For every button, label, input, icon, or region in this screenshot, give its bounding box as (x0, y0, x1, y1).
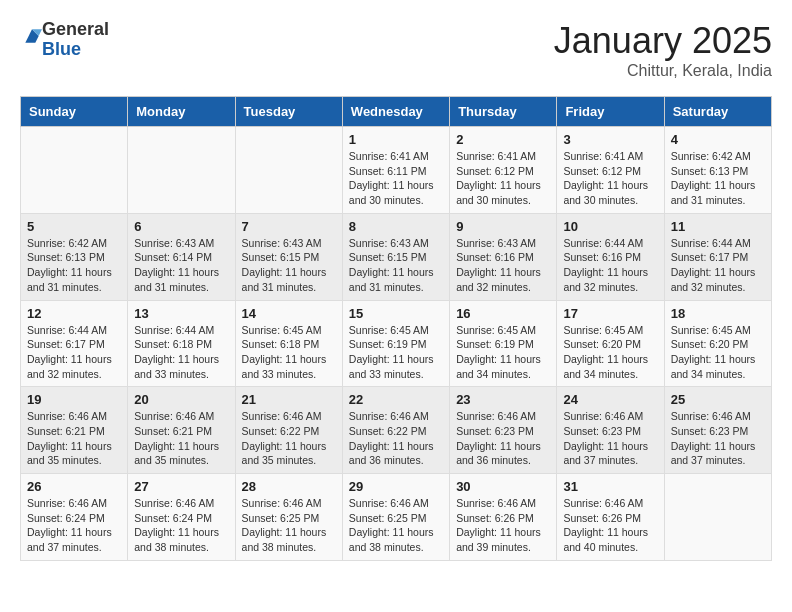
weekday-header-cell: Saturday (664, 97, 771, 127)
calendar-day-cell: 31Sunrise: 6:46 AM Sunset: 6:26 PM Dayli… (557, 474, 664, 561)
location: Chittur, Kerala, India (554, 62, 772, 80)
day-info: Sunrise: 6:46 AM Sunset: 6:23 PM Dayligh… (456, 409, 550, 468)
day-info: Sunrise: 6:46 AM Sunset: 6:24 PM Dayligh… (27, 496, 121, 555)
calendar-day-cell: 9Sunrise: 6:43 AM Sunset: 6:16 PM Daylig… (450, 213, 557, 300)
calendar-day-cell: 30Sunrise: 6:46 AM Sunset: 6:26 PM Dayli… (450, 474, 557, 561)
day-number: 4 (671, 132, 765, 147)
calendar-day-cell: 8Sunrise: 6:43 AM Sunset: 6:15 PM Daylig… (342, 213, 449, 300)
calendar-day-cell: 7Sunrise: 6:43 AM Sunset: 6:15 PM Daylig… (235, 213, 342, 300)
calendar-day-cell: 19Sunrise: 6:46 AM Sunset: 6:21 PM Dayli… (21, 387, 128, 474)
day-number: 12 (27, 306, 121, 321)
logo-icon (22, 26, 42, 46)
calendar-day-cell: 24Sunrise: 6:46 AM Sunset: 6:23 PM Dayli… (557, 387, 664, 474)
calendar-day-cell: 4Sunrise: 6:42 AM Sunset: 6:13 PM Daylig… (664, 127, 771, 214)
weekday-header-cell: Sunday (21, 97, 128, 127)
day-info: Sunrise: 6:41 AM Sunset: 6:12 PM Dayligh… (456, 149, 550, 208)
day-info: Sunrise: 6:46 AM Sunset: 6:22 PM Dayligh… (242, 409, 336, 468)
day-number: 6 (134, 219, 228, 234)
day-info: Sunrise: 6:46 AM Sunset: 6:25 PM Dayligh… (349, 496, 443, 555)
calendar-week-row: 19Sunrise: 6:46 AM Sunset: 6:21 PM Dayli… (21, 387, 772, 474)
calendar-day-cell (21, 127, 128, 214)
day-info: Sunrise: 6:45 AM Sunset: 6:19 PM Dayligh… (349, 323, 443, 382)
calendar-day-cell: 23Sunrise: 6:46 AM Sunset: 6:23 PM Dayli… (450, 387, 557, 474)
day-number: 31 (563, 479, 657, 494)
day-number: 7 (242, 219, 336, 234)
day-info: Sunrise: 6:43 AM Sunset: 6:15 PM Dayligh… (242, 236, 336, 295)
weekday-header-cell: Thursday (450, 97, 557, 127)
calendar-week-row: 5Sunrise: 6:42 AM Sunset: 6:13 PM Daylig… (21, 213, 772, 300)
day-number: 28 (242, 479, 336, 494)
calendar-day-cell: 17Sunrise: 6:45 AM Sunset: 6:20 PM Dayli… (557, 300, 664, 387)
day-info: Sunrise: 6:45 AM Sunset: 6:20 PM Dayligh… (671, 323, 765, 382)
day-info: Sunrise: 6:44 AM Sunset: 6:17 PM Dayligh… (671, 236, 765, 295)
logo-blue: Blue (42, 40, 109, 60)
calendar-day-cell: 29Sunrise: 6:46 AM Sunset: 6:25 PM Dayli… (342, 474, 449, 561)
day-info: Sunrise: 6:46 AM Sunset: 6:23 PM Dayligh… (563, 409, 657, 468)
day-number: 26 (27, 479, 121, 494)
day-number: 25 (671, 392, 765, 407)
day-info: Sunrise: 6:43 AM Sunset: 6:15 PM Dayligh… (349, 236, 443, 295)
day-number: 5 (27, 219, 121, 234)
day-number: 22 (349, 392, 443, 407)
calendar-day-cell (664, 474, 771, 561)
day-number: 30 (456, 479, 550, 494)
calendar-week-row: 26Sunrise: 6:46 AM Sunset: 6:24 PM Dayli… (21, 474, 772, 561)
day-number: 3 (563, 132, 657, 147)
day-number: 9 (456, 219, 550, 234)
day-info: Sunrise: 6:44 AM Sunset: 6:16 PM Dayligh… (563, 236, 657, 295)
calendar-day-cell: 10Sunrise: 6:44 AM Sunset: 6:16 PM Dayli… (557, 213, 664, 300)
calendar-day-cell: 22Sunrise: 6:46 AM Sunset: 6:22 PM Dayli… (342, 387, 449, 474)
weekday-header-cell: Friday (557, 97, 664, 127)
calendar-day-cell (128, 127, 235, 214)
calendar-day-cell: 6Sunrise: 6:43 AM Sunset: 6:14 PM Daylig… (128, 213, 235, 300)
day-info: Sunrise: 6:46 AM Sunset: 6:26 PM Dayligh… (563, 496, 657, 555)
calendar-day-cell: 16Sunrise: 6:45 AM Sunset: 6:19 PM Dayli… (450, 300, 557, 387)
calendar-day-cell: 14Sunrise: 6:45 AM Sunset: 6:18 PM Dayli… (235, 300, 342, 387)
calendar-day-cell: 28Sunrise: 6:46 AM Sunset: 6:25 PM Dayli… (235, 474, 342, 561)
logo: General Blue (20, 20, 109, 60)
day-number: 10 (563, 219, 657, 234)
day-info: Sunrise: 6:46 AM Sunset: 6:22 PM Dayligh… (349, 409, 443, 468)
day-number: 16 (456, 306, 550, 321)
calendar-day-cell: 20Sunrise: 6:46 AM Sunset: 6:21 PM Dayli… (128, 387, 235, 474)
page-header: General Blue January 2025 Chittur, Keral… (20, 20, 772, 80)
day-number: 17 (563, 306, 657, 321)
day-number: 8 (349, 219, 443, 234)
weekday-header-cell: Wednesday (342, 97, 449, 127)
day-info: Sunrise: 6:45 AM Sunset: 6:19 PM Dayligh… (456, 323, 550, 382)
day-number: 24 (563, 392, 657, 407)
day-number: 21 (242, 392, 336, 407)
title-block: January 2025 Chittur, Kerala, India (554, 20, 772, 80)
day-number: 29 (349, 479, 443, 494)
calendar-day-cell: 18Sunrise: 6:45 AM Sunset: 6:20 PM Dayli… (664, 300, 771, 387)
day-number: 2 (456, 132, 550, 147)
calendar-day-cell: 12Sunrise: 6:44 AM Sunset: 6:17 PM Dayli… (21, 300, 128, 387)
day-info: Sunrise: 6:46 AM Sunset: 6:21 PM Dayligh… (134, 409, 228, 468)
calendar-day-cell: 3Sunrise: 6:41 AM Sunset: 6:12 PM Daylig… (557, 127, 664, 214)
calendar-day-cell: 1Sunrise: 6:41 AM Sunset: 6:11 PM Daylig… (342, 127, 449, 214)
day-number: 11 (671, 219, 765, 234)
calendar-day-cell: 2Sunrise: 6:41 AM Sunset: 6:12 PM Daylig… (450, 127, 557, 214)
day-number: 19 (27, 392, 121, 407)
logo-general: General (42, 20, 109, 40)
day-number: 15 (349, 306, 443, 321)
day-number: 20 (134, 392, 228, 407)
weekday-header-row: SundayMondayTuesdayWednesdayThursdayFrid… (21, 97, 772, 127)
day-info: Sunrise: 6:43 AM Sunset: 6:14 PM Dayligh… (134, 236, 228, 295)
day-info: Sunrise: 6:46 AM Sunset: 6:21 PM Dayligh… (27, 409, 121, 468)
day-info: Sunrise: 6:44 AM Sunset: 6:18 PM Dayligh… (134, 323, 228, 382)
day-info: Sunrise: 6:41 AM Sunset: 6:12 PM Dayligh… (563, 149, 657, 208)
day-info: Sunrise: 6:42 AM Sunset: 6:13 PM Dayligh… (671, 149, 765, 208)
day-number: 13 (134, 306, 228, 321)
day-info: Sunrise: 6:45 AM Sunset: 6:18 PM Dayligh… (242, 323, 336, 382)
calendar-day-cell: 26Sunrise: 6:46 AM Sunset: 6:24 PM Dayli… (21, 474, 128, 561)
day-number: 14 (242, 306, 336, 321)
calendar-week-row: 12Sunrise: 6:44 AM Sunset: 6:17 PM Dayli… (21, 300, 772, 387)
calendar-day-cell: 5Sunrise: 6:42 AM Sunset: 6:13 PM Daylig… (21, 213, 128, 300)
day-number: 27 (134, 479, 228, 494)
day-info: Sunrise: 6:46 AM Sunset: 6:25 PM Dayligh… (242, 496, 336, 555)
day-info: Sunrise: 6:41 AM Sunset: 6:11 PM Dayligh… (349, 149, 443, 208)
day-info: Sunrise: 6:42 AM Sunset: 6:13 PM Dayligh… (27, 236, 121, 295)
day-info: Sunrise: 6:45 AM Sunset: 6:20 PM Dayligh… (563, 323, 657, 382)
calendar-day-cell: 21Sunrise: 6:46 AM Sunset: 6:22 PM Dayli… (235, 387, 342, 474)
